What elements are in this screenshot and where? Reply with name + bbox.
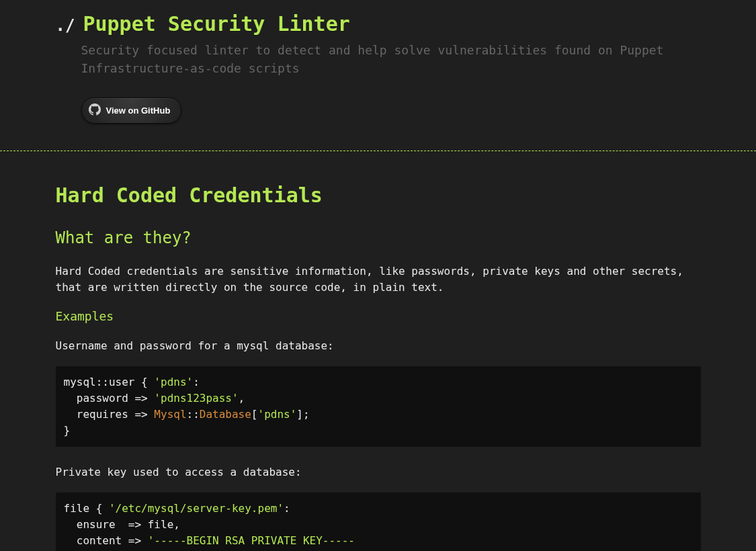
github-button-label: View on GitHub [106,105,171,116]
section-heading-what: What are they? [56,228,701,247]
intro-paragraph: Hard Coded credentials are sensitive inf… [56,263,701,296]
view-on-github-button[interactable]: View on GitHub [81,97,182,124]
example2-label: Private key used to access a database: [56,464,701,480]
examples-heading: Examples [56,309,701,323]
page-title: Hard Coded Credentials [56,183,701,207]
example1-label: Username and password for a mysql databa… [56,338,701,354]
code-block-1: mysql::user { 'pdns': password => 'pdns1… [56,366,701,447]
github-icon [89,103,101,118]
site-subtitle: Security focused linter to detect and he… [81,41,701,77]
code-block-2: file { '/etc/mysql/server-key.pem': ensu… [56,493,701,551]
prompt-prefix: ./ [56,16,75,35]
site-title: Puppet Security Linter [83,12,349,36]
